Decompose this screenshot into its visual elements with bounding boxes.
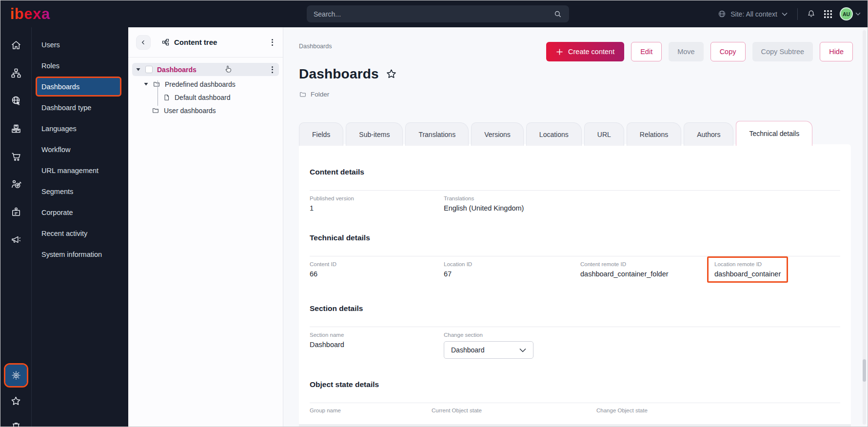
topbar-divider	[797, 8, 798, 20]
admin-badge-icon[interactable]	[0, 198, 31, 226]
tree-node-default-dashboard[interactable]: Default dashboard	[163, 91, 279, 104]
collapse-tree-button[interactable]	[136, 35, 151, 50]
sidebar-item-workflow[interactable]: Workflow	[32, 139, 128, 160]
sidebar-item-recent-activity[interactable]: Recent activity	[32, 223, 128, 244]
site-globe-icon[interactable]	[0, 87, 31, 115]
section-divider	[310, 327, 840, 327]
tree-node-user-dashboards[interactable]: User dashboards	[152, 104, 279, 117]
ibexa-logo[interactable]: ibexa	[10, 6, 50, 21]
site-context-switcher[interactable]: Site: All context	[718, 10, 788, 18]
create-content-button[interactable]: Create content	[546, 42, 624, 61]
tree-node-kebab-icon[interactable]	[270, 64, 275, 75]
user-menu-chevron-icon[interactable]	[855, 12, 861, 16]
change-section-dropdown[interactable]: Dashboard	[444, 341, 533, 359]
products-boxes-icon[interactable]	[0, 115, 31, 142]
global-search[interactable]	[307, 5, 569, 22]
rail-bottom-cluster	[4, 363, 28, 427]
tree-node-label: Dashboards	[157, 66, 197, 74]
bookmark-star-icon[interactable]	[385, 68, 397, 80]
marketing-megaphone-icon[interactable]	[0, 226, 31, 253]
home-icon[interactable]	[0, 31, 31, 59]
avatar[interactable]: AU	[840, 7, 853, 20]
notifications-bell-icon[interactable]	[807, 9, 816, 19]
column-current-object-state: Current Object state	[432, 408, 596, 413]
chevron-down-icon	[519, 348, 526, 352]
sidebar-item-segments[interactable]: Segments	[32, 181, 128, 202]
sidebar-menu: Users Roles Dashboards Dashboard type La…	[32, 27, 128, 427]
content-details-heading: Content details	[310, 144, 840, 176]
tab-bar: Fields Sub-items Translations Versions L…	[299, 121, 812, 146]
plus-icon	[556, 48, 563, 56]
search-icon[interactable]	[553, 10, 562, 19]
tab-versions[interactable]: Versions	[471, 122, 524, 146]
sidebar-item-system-information[interactable]: System information	[32, 244, 128, 265]
content-tree-title: Content tree	[174, 38, 217, 46]
object-state-details-heading: Object state details	[310, 380, 840, 389]
content-tree-panel: Content tree Dashboards	[128, 27, 283, 427]
folder-icon	[153, 80, 160, 88]
tab-relations[interactable]: Relations	[627, 122, 681, 146]
caret-down-icon[interactable]	[144, 82, 148, 86]
personalization-target-icon[interactable]	[0, 170, 31, 198]
tab-url[interactable]: URL	[584, 122, 624, 146]
tree-node-predefined-dashboards[interactable]: Predefined dashboards	[144, 78, 279, 91]
section-divider	[310, 403, 840, 403]
tree-node-label: Predefined dashboards	[165, 80, 236, 88]
avatar-initials: AU	[843, 11, 850, 17]
tab-fields[interactable]: Fields	[299, 122, 343, 146]
app-grid-icon[interactable]	[824, 10, 832, 19]
sidebar-item-dashboards[interactable]: Dashboards	[36, 77, 121, 97]
tree-node-label: Default dashboard	[175, 94, 230, 101]
folder-icon	[152, 107, 159, 114]
content-type-label: Folder	[311, 91, 329, 98]
field-location-id: Location ID 67	[444, 261, 580, 283]
edit-button[interactable]: Edit	[631, 42, 662, 61]
object-state-table-header: Group name Current Object state Change O…	[310, 408, 840, 413]
breadcrumb[interactable]: Dashboards	[299, 43, 332, 50]
search-input[interactable]	[314, 10, 553, 18]
tree-node-dashboards[interactable]: Dashboards	[132, 63, 279, 76]
scrollbar-thumb[interactable]	[863, 359, 866, 382]
field-translations: Translations English (United Kingdom)	[444, 195, 580, 212]
hide-button[interactable]: Hide	[820, 42, 853, 61]
tab-translations[interactable]: Translations	[405, 122, 469, 146]
globe-icon	[718, 10, 726, 18]
main-content: Dashboards Create content Edit Move Copy…	[283, 27, 868, 427]
settings-highlight-box	[4, 363, 28, 388]
field-published-version: Published version 1	[310, 195, 444, 212]
sidebar-item-roles[interactable]: Roles	[32, 55, 128, 76]
content-tree-header: Content tree	[128, 27, 283, 58]
field-change-section: Change section Dashboard	[444, 332, 580, 359]
clipped-table-row	[299, 424, 851, 427]
tree-options-kebab-icon[interactable]	[270, 37, 275, 48]
sidebar-item-languages[interactable]: Languages	[32, 118, 128, 139]
commerce-cart-icon[interactable]	[0, 142, 31, 170]
column-change-object-state: Change Object state	[596, 408, 840, 413]
copy-button[interactable]: Copy	[710, 42, 746, 61]
document-icon	[163, 94, 170, 101]
tab-authors[interactable]: Authors	[684, 122, 733, 146]
technical-details-panel: Content details Published version 1 Tran…	[299, 144, 851, 427]
caret-down-icon[interactable]	[136, 68, 140, 71]
ibexa-admin-app: ibexa Site: All context	[0, 0, 868, 427]
sidebar-item-users[interactable]: Users	[32, 34, 128, 55]
content-tree-body: Dashboards	[128, 58, 283, 427]
top-bar: ibexa Site: All context	[0, 0, 868, 27]
tree-node-checkbox[interactable]	[145, 66, 153, 73]
copy-subtree-button[interactable]: Copy Subtree	[752, 42, 813, 61]
trash-icon[interactable]	[10, 421, 22, 427]
page-title: Dashboards	[299, 66, 379, 82]
tab-technical-details[interactable]: Technical details	[736, 121, 812, 146]
move-button[interactable]: Move	[669, 42, 703, 61]
tab-locations[interactable]: Locations	[526, 122, 582, 146]
tab-sub-items[interactable]: Sub-items	[346, 122, 403, 146]
settings-gear-icon[interactable]	[5, 365, 27, 386]
sidebar-item-dashboard-type[interactable]: Dashboard type	[32, 97, 128, 118]
sidebar-item-url-management[interactable]: URL management	[32, 160, 128, 181]
site-context-label: Site: All context	[730, 10, 777, 18]
sidebar-item-corporate[interactable]: Corporate	[32, 202, 128, 223]
bookmarks-star-icon[interactable]	[10, 395, 22, 407]
vertical-scrollbar[interactable]	[863, 30, 866, 425]
content-structure-icon[interactable]	[0, 59, 31, 87]
content-tree-icon	[161, 38, 170, 46]
